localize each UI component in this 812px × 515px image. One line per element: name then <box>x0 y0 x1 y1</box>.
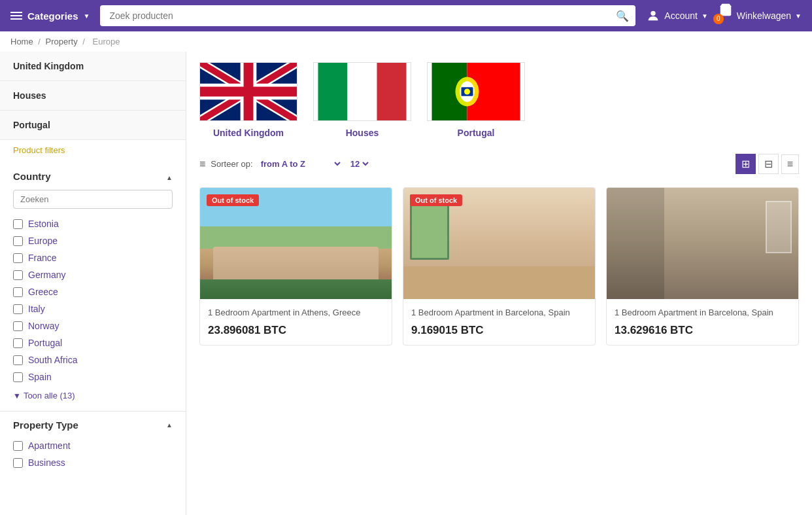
category-label-uk: United Kingdom <box>213 128 284 138</box>
property-type-filter-section: Property Type ▲ Apartment Business <box>0 419 186 471</box>
breadcrumb-home[interactable]: Home <box>10 37 33 46</box>
header: Categories ▼ 🔍 Account ▼ 0 Winkelwagen ▼ <box>0 0 812 31</box>
breadcrumb-property[interactable]: Property <box>46 37 78 46</box>
filter-option-apartment[interactable]: Apartment <box>13 437 173 454</box>
product-price-3: 13.629616 BTC <box>615 324 790 337</box>
product-badge-1: Out of stock <box>207 194 259 206</box>
category-card-houses[interactable]: Houses <box>313 62 411 138</box>
filter-checkbox-italy[interactable] <box>13 304 23 314</box>
product-link-3[interactable]: 1 Bedroom Apartment in Barcelona, Spain <box>615 308 773 317</box>
filter-checkbox-apartment[interactable] <box>13 441 23 451</box>
product-link-1[interactable]: 1 Bedroom Apartment in Athens, Greece <box>208 308 360 317</box>
filter-checkbox-portugal[interactable] <box>13 338 23 348</box>
filter-option-germany[interactable]: Germany <box>13 266 173 283</box>
product-info-1: 1 Bedroom Apartment in Athens, Greece 23… <box>200 299 392 345</box>
grid-view-button[interactable]: ⊞ <box>736 154 756 174</box>
sort-select[interactable]: from A to Z from Z to A Price: low to hi… <box>258 158 343 169</box>
sort-label: Sorteer op: <box>211 159 252 169</box>
flag-italy <box>313 62 411 121</box>
cart-badge: 0 <box>713 14 724 24</box>
svg-point-11 <box>464 89 470 95</box>
account-chevron-icon: ▼ <box>702 12 708 20</box>
country-filter-header: Country <box>13 171 173 182</box>
category-card-portugal[interactable]: Portugal <box>427 62 525 138</box>
flag-uk <box>199 62 297 121</box>
filter-checkbox-estonia[interactable] <box>13 219 23 229</box>
per-page-select[interactable]: 12 24 48 <box>348 158 371 169</box>
product-filters-label[interactable]: Product filters <box>0 140 186 160</box>
filter-checkbox-business[interactable] <box>13 458 23 468</box>
property-type-title: Property Type <box>13 419 78 431</box>
filter-option-europe[interactable]: Europe <box>13 232 173 249</box>
filter-label-europe: Europe <box>28 236 58 246</box>
product-card-1: Out of stock 1 Bedroom Apartment in Athe… <box>199 187 392 346</box>
filter-option-france[interactable]: France <box>13 249 173 266</box>
list-view-button[interactable]: ≡ <box>781 154 799 174</box>
product-badge-2: Out of stock <box>410 194 462 206</box>
product-link-2[interactable]: 1 Bedroom Apartment in Barcelona, Spain <box>411 308 570 317</box>
hamburger-icon <box>10 12 22 20</box>
sort-controls: ≡ Sorteer op: from A to Z from Z to A Pr… <box>199 158 371 170</box>
filter-checkbox-greece[interactable] <box>13 287 23 297</box>
filter-checkbox-norway[interactable] <box>13 321 23 331</box>
filter-label-germany: Germany <box>28 270 66 280</box>
filter-label-apartment: Apartment <box>28 440 71 451</box>
show-all-link[interactable]: ▼ Toon alle (13) <box>13 385 173 411</box>
cart-chevron-icon: ▼ <box>795 12 802 20</box>
country-filter-title: Country <box>13 171 51 182</box>
filter-option-italy[interactable]: Italy <box>13 300 173 317</box>
filter-checkbox-spain[interactable] <box>13 372 23 382</box>
compact-grid-view-button[interactable]: ⊟ <box>758 154 779 174</box>
filter-checkbox-europe[interactable] <box>13 236 23 246</box>
sidebar: United Kingdom Houses Portugal Product f… <box>0 52 186 515</box>
cart-icon-wrapper: 0 <box>719 3 733 29</box>
category-label-houses: Houses <box>346 128 379 138</box>
product-card-3: 1 Bedroom Apartment in Barcelona, Spain … <box>606 187 799 346</box>
filter-label-portugal: Portugal <box>28 338 62 348</box>
filter-option-spain[interactable]: Spain <box>13 368 173 385</box>
product-info-3: 1 Bedroom Apartment in Barcelona, Spain … <box>607 299 798 345</box>
account-label: Account <box>664 10 698 21</box>
show-all-chevron-icon: ▼ <box>13 391 21 400</box>
filter-option-norway[interactable]: Norway <box>13 317 173 334</box>
main-content: United Kingdom Houses <box>186 52 812 515</box>
breadcrumb-sep1: / <box>38 37 42 46</box>
cart-menu[interactable]: 0 Winkelwagen ▼ <box>719 3 802 29</box>
filter-label-norway: Norway <box>28 321 59 331</box>
filter-checkbox-germany[interactable] <box>13 270 23 280</box>
product-grid: Out of stock 1 Bedroom Apartment in Athe… <box>199 187 799 346</box>
svg-rect-3 <box>318 62 348 121</box>
account-icon <box>646 9 660 23</box>
categories-menu[interactable]: Categories ▼ <box>10 10 90 22</box>
sidebar-item-houses[interactable]: Houses <box>0 81 186 111</box>
filter-option-greece[interactable]: Greece <box>13 283 173 300</box>
sidebar-item-portugal[interactable]: Portugal <box>0 111 186 140</box>
search-bar: 🔍 <box>100 5 635 26</box>
breadcrumb-europe: Europe <box>93 37 120 46</box>
product-card-2: Out of stock 1 Bedroom Apartment in Barc… <box>403 187 596 346</box>
country-filter-toggle[interactable] <box>166 171 173 182</box>
filter-option-estonia[interactable]: Estonia <box>13 215 173 232</box>
search-input[interactable] <box>100 5 635 26</box>
filter-checkbox-france[interactable] <box>13 253 23 263</box>
property-type-toggle[interactable]: ▲ <box>166 421 173 429</box>
svg-rect-4 <box>348 62 377 121</box>
filter-option-business[interactable]: Business <box>13 454 173 471</box>
search-button[interactable]: 🔍 <box>609 5 635 26</box>
view-toggle: ⊞ ⊟ ≡ <box>736 154 799 174</box>
filter-checkbox-south-africa[interactable] <box>13 355 23 365</box>
category-label-portugal: Portugal <box>458 128 495 138</box>
product-price-1: 23.896081 BTC <box>208 324 384 337</box>
search-icon: 🔍 <box>616 10 629 22</box>
svg-rect-5 <box>377 62 407 121</box>
filter-option-south-africa[interactable]: South Africa <box>13 351 173 368</box>
filter-option-portugal[interactable]: Portugal <box>13 334 173 351</box>
cart-label: Winkelwagen <box>737 10 791 21</box>
product-title-2: 1 Bedroom Apartment in Barcelona, Spain <box>411 307 587 319</box>
flag-portugal <box>427 62 525 121</box>
sidebar-item-uk[interactable]: United Kingdom <box>0 52 186 81</box>
country-filter-search[interactable] <box>13 190 173 209</box>
account-menu[interactable]: Account ▼ <box>646 9 708 23</box>
filter-label-spain: Spain <box>28 372 52 382</box>
category-card-uk[interactable]: United Kingdom <box>199 62 297 138</box>
